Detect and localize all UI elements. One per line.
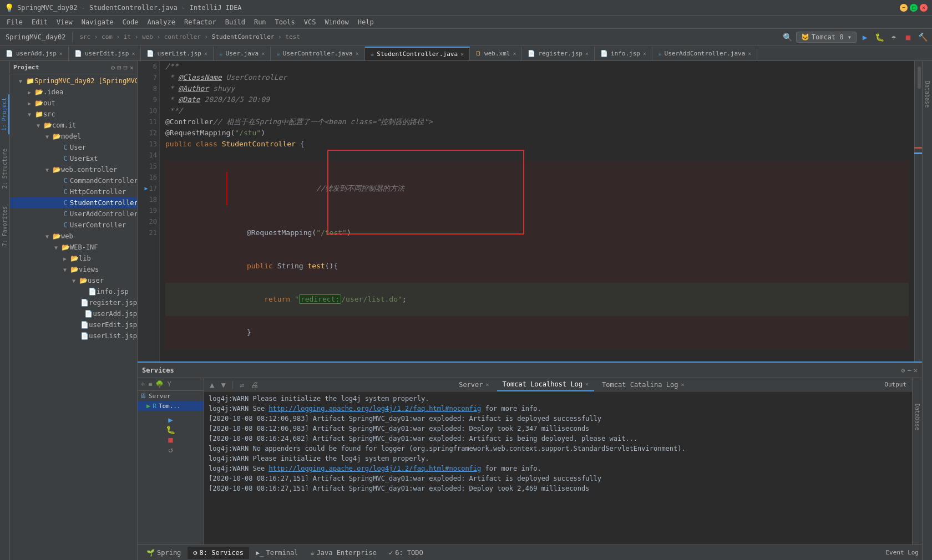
minimize-button[interactable]: −: [900, 4, 908, 12]
server-tab[interactable]: Server ✕: [453, 378, 494, 391]
tab-usercontroller-java[interactable]: ☕ UserController.java ✕: [271, 47, 365, 60]
close-tab-register[interactable]: ✕: [585, 50, 589, 57]
localhost-tab-close[interactable]: ✕: [585, 381, 589, 387]
output-wrap-button[interactable]: ⇌: [237, 379, 246, 390]
tab-studentcontroller-java[interactable]: ☕ StudentController.java ✕: [365, 47, 470, 60]
build-button[interactable]: 🔨: [916, 31, 929, 43]
menu-build[interactable]: Build: [221, 17, 250, 27]
run-gutter-icon[interactable]: ▶: [145, 183, 148, 194]
panel-settings-icon[interactable]: ⚙: [111, 64, 115, 72]
svc-add-button[interactable]: +: [140, 379, 146, 389]
tab-useraddcontroller-java[interactable]: ☕ UserAddController.java ✕: [652, 47, 757, 60]
menu-navigate[interactable]: Navigate: [77, 17, 118, 27]
tree-item-user-folder[interactable]: ▼ 📂 user: [10, 275, 137, 286]
java-enterprise-tab[interactable]: ☕ Java Enterprise: [305, 547, 382, 559]
tree-item-useraddcontroller[interactable]: C UserAddController: [10, 208, 137, 220]
catalina-tab-close[interactable]: ✕: [681, 381, 684, 388]
tree-item-userext-java[interactable]: C UserExt: [10, 153, 137, 164]
menu-edit[interactable]: Edit: [27, 17, 52, 27]
svc-item-tomcat[interactable]: ▶ R Tom...: [138, 401, 204, 411]
todo-tab[interactable]: ✓ 6: TODO: [383, 547, 429, 559]
tree-item-commandcontroller[interactable]: C CommandController: [10, 175, 137, 186]
tree-item-web[interactable]: ▼ 📂 web: [10, 231, 137, 242]
debug-ctrl-btn[interactable]: 🐛: [166, 425, 175, 434]
close-tab-useraddcontroller[interactable]: ✕: [748, 50, 751, 57]
tomcat-run-config[interactable]: 🐱 Tomcat 8 ▾: [796, 32, 857, 43]
menu-vcs[interactable]: VCS: [300, 17, 321, 27]
tree-item-usereditjsp[interactable]: 📄 userEdit.jsp: [10, 319, 137, 330]
tree-item-lib[interactable]: ▶ 📂 lib: [10, 253, 137, 264]
svc-filter-button[interactable]: Y: [166, 379, 172, 389]
close-tab-info[interactable]: ✕: [643, 50, 646, 57]
tree-item-src[interactable]: ▼ 📁 src: [10, 109, 137, 120]
stop-ctrl-btn[interactable]: ■: [168, 435, 173, 444]
tree-item-registerjsp[interactable]: 📄 register.jsp: [10, 297, 137, 308]
panel-nav-project[interactable]: 1: Project: [0, 94, 9, 134]
spring-tab[interactable]: 🌱 Spring: [141, 547, 186, 559]
close-tab-userlist[interactable]: ✕: [204, 50, 207, 57]
event-log-button[interactable]: Event Log: [885, 549, 919, 556]
terminal-tab[interactable]: ▶_ Terminal: [250, 547, 303, 559]
close-tab-useradd[interactable]: ✕: [59, 50, 63, 57]
tree-item-comit[interactable]: ▼ 📂 com.it: [10, 120, 137, 131]
tree-item-useraddjsp[interactable]: 📄 userAdd.jsp: [10, 308, 137, 319]
menu-code[interactable]: Code: [118, 17, 143, 27]
close-tab-webxml[interactable]: ✕: [513, 50, 516, 57]
scrollbar-thumb[interactable]: [918, 67, 921, 89]
tree-item-webcontroller[interactable]: ▼ 📂 web.controller: [10, 164, 137, 175]
tree-item-userlistjsp[interactable]: 📄 userList.jsp: [10, 330, 137, 342]
menu-analyze[interactable]: Analyze: [143, 17, 180, 27]
tab-useredit-jsp[interactable]: 📄 userEdit.jsp ✕: [69, 47, 141, 60]
tab-userlist-jsp[interactable]: 📄 userList.jsp ✕: [141, 47, 214, 60]
services-settings-icon[interactable]: ⚙: [901, 366, 905, 374]
debug-button[interactable]: 🐛: [873, 31, 885, 43]
tree-item-user-java[interactable]: C User: [10, 142, 137, 153]
close-tab-studentcontroller[interactable]: ✕: [460, 51, 464, 57]
close-tab-usercontroller[interactable]: ✕: [356, 50, 359, 57]
menu-refactor[interactable]: Refactor: [180, 17, 221, 27]
stop-button[interactable]: ■: [902, 31, 914, 43]
output-up-button[interactable]: ▲: [207, 379, 216, 390]
panel-expand-icon[interactable]: ⊞: [117, 64, 121, 72]
tab-webxml[interactable]: 🗋 web.xml ✕: [470, 47, 522, 60]
menu-file[interactable]: File: [2, 17, 27, 27]
tab-user-java[interactable]: ☕ User.java ✕: [214, 47, 271, 60]
output-print-button[interactable]: 🖨: [249, 379, 261, 390]
tomcat-localhost-tab[interactable]: Tomcat Localhost Log ✕: [497, 378, 595, 391]
search-everywhere-button[interactable]: 🔍: [782, 31, 794, 43]
tab-info-jsp[interactable]: 📄 info.jsp ✕: [595, 47, 652, 60]
panel-close-icon[interactable]: ✕: [130, 64, 134, 72]
restart-ctrl-btn[interactable]: ↺: [168, 445, 173, 454]
panel-nav-structure[interactable]: 2: Structure: [1, 145, 9, 192]
svc-list-button[interactable]: ≡: [147, 379, 153, 389]
svc-item-server[interactable]: 🖥 Server: [138, 391, 204, 401]
log-link-1[interactable]: http://logging.apache.org/log4j/1.2/faq.…: [269, 405, 481, 413]
output-log-content[interactable]: log4j:WARN Please initialize the log4j s…: [204, 391, 912, 544]
menu-tools[interactable]: Tools: [271, 17, 300, 27]
svc-tree-button[interactable]: 🌳: [154, 379, 165, 389]
tree-item-webinf[interactable]: ▼ 📂 WEB-INF: [10, 242, 137, 253]
database-nav-item[interactable]: Database: [913, 400, 921, 434]
tree-item-usercontroller[interactable]: C UserController: [10, 220, 137, 231]
database-sidebar-item[interactable]: Database: [923, 78, 931, 111]
menu-run[interactable]: Run: [250, 17, 271, 27]
panel-nav-favorites[interactable]: 7: Favorites: [1, 203, 9, 250]
editor-scrollbar[interactable]: [914, 61, 922, 362]
run-with-coverage[interactable]: ☂: [888, 31, 900, 43]
menu-help[interactable]: Help: [353, 17, 378, 27]
log-link-2[interactable]: http://logging.apache.org/log4j/1.2/faq.…: [269, 465, 481, 472]
services-close-icon[interactable]: ✕: [914, 366, 918, 374]
run-button[interactable]: ▶: [859, 31, 871, 43]
menu-window[interactable]: Window: [320, 17, 353, 27]
server-tab-close[interactable]: ✕: [486, 381, 489, 388]
tree-item-views[interactable]: ▼ 📂 views: [10, 264, 137, 275]
close-button[interactable]: ✕: [920, 4, 928, 12]
tree-item-root[interactable]: ▼ 📁 SpringMVC_day02 [SpringMVC_day0: [10, 75, 137, 86]
code-editor-content[interactable]: /** * @ClassName UserControlLer * @Autho…: [160, 61, 914, 362]
tree-item-idea[interactable]: ▶ 📂 .idea: [10, 86, 137, 98]
services-tool-tab[interactable]: ⚙ 8: Services: [188, 547, 249, 559]
tree-item-studentcontroller[interactable]: C StudentController: [10, 197, 137, 208]
tree-item-model[interactable]: ▼ 📂 model: [10, 131, 137, 142]
close-tab-useredit[interactable]: ✕: [131, 50, 135, 57]
run-ctrl-btn[interactable]: ▶: [168, 415, 173, 424]
